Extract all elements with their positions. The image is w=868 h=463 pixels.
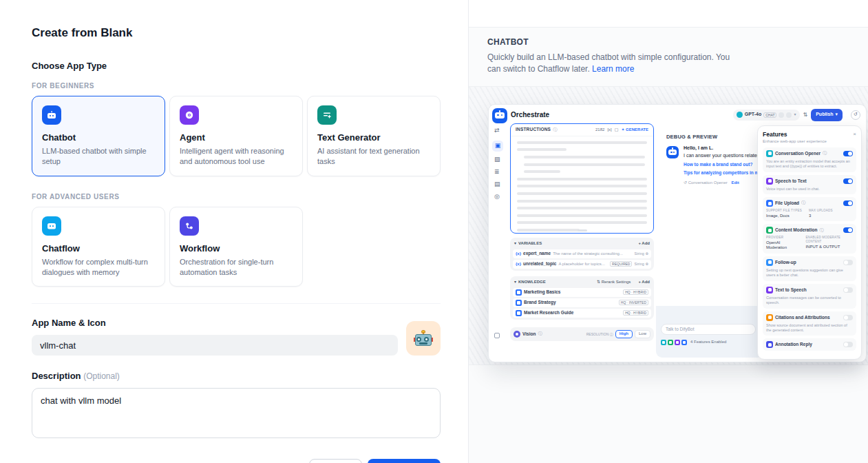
file-upload-icon (766, 200, 773, 207)
toggle-off (843, 315, 853, 320)
settings-icon (786, 112, 792, 118)
doc-nav-icon: ≣ (494, 168, 500, 176)
app-icon-picker[interactable] (406, 321, 441, 356)
vision-icon (514, 331, 520, 338)
app-name-input[interactable] (32, 335, 398, 356)
info-icon: ⓘ (538, 331, 542, 337)
info-icon: ⓘ (553, 127, 557, 133)
variable-icon: [x] (607, 127, 611, 133)
advanced-cards: Chatflow Workflow for complex multi-turn… (32, 207, 441, 287)
learn-more-link[interactable]: Learn more (592, 64, 634, 74)
conversation-opener-icon (766, 150, 773, 157)
resolution-low-chip: Low (635, 330, 650, 338)
create-button[interactable]: Create ⌘ ↵ (368, 459, 441, 463)
card-desc: Intelligent agent with reasoning and aut… (180, 146, 293, 167)
conversation-opener-mini-icon (661, 340, 666, 345)
knowledge-row: Marketing Basics HQ · HYBRID (513, 288, 651, 297)
edit-link: Edit (731, 181, 739, 185)
required-badge: REQUIRED (610, 261, 632, 267)
app-name-label: App Name & Icon (32, 318, 398, 328)
feature-annotation-reply: Annotation Reply (763, 338, 856, 351)
follow-up-icon (766, 259, 773, 266)
app-type-card-workflow[interactable]: Workflow Orchestration for single-turn a… (169, 207, 303, 287)
card-desc: AI assistant for text generation tasks (317, 146, 430, 167)
knowledge-doc-icon (516, 300, 522, 306)
for-advanced-users-label: FOR ADVANCED USERS (32, 193, 441, 200)
card-title: Chatbot (42, 132, 155, 143)
collapse-icon: ▾ (514, 241, 516, 247)
variable-row: {x} expert_name The name of the strategi… (513, 249, 651, 258)
content-moderation-mini-icon (668, 340, 673, 345)
info-icon: ⓘ (823, 151, 827, 156)
model-selector: GPT-4o CHAT ▾ (733, 110, 800, 121)
beginner-cards: Chatbot LLM-based chatbot with simple se… (32, 96, 441, 176)
add-variable-button: + Add (638, 241, 650, 247)
cancel-button[interactable]: Cancel (309, 459, 362, 463)
card-title: Chatflow (42, 243, 155, 254)
description-block: Description (Optional) chat with vllm mo… (32, 371, 441, 441)
description-label: Description (Optional) (32, 371, 441, 381)
annotation-reply-icon (766, 341, 773, 348)
variables-panel: ▾ VARIABLES + Add {x} expert_name The na… (510, 238, 654, 271)
for-beginners-label: FOR BEGINNERS (32, 82, 441, 90)
orchestrate-nav-icon: ▣ (492, 141, 503, 152)
feature-citations: Citations and Attributions Show source d… (763, 311, 856, 336)
copy-icon: ▢ (615, 127, 619, 133)
rerank-settings: ⇅ Rerank Settings (597, 280, 631, 285)
app-type-card-chatbot[interactable]: Chatbot LLM-based chatbot with simple se… (32, 96, 165, 176)
content-moderation-icon (766, 227, 773, 234)
preview-title: Orchestrate (511, 111, 549, 120)
create-app-dialog: Create from Blank Choose App Type FOR BE… (0, 0, 868, 463)
app-preview-screenshot: Orchestrate GPT-4o CHAT ▾ ⇅ Publish▾ (488, 104, 867, 362)
globe-nav-icon: ◎ (494, 193, 500, 200)
template-nav-icon: ▤ (494, 181, 500, 188)
app-type-card-chatflow[interactable]: Chatflow Workflow for complex multi-turn… (32, 207, 165, 287)
file-upload-mini-icon (681, 340, 687, 345)
top-strip (469, 0, 868, 28)
mic-icon (779, 112, 784, 118)
add-knowledge-button: + Add (638, 280, 650, 285)
toggle-off (843, 260, 853, 265)
knowledge-doc-icon (516, 289, 522, 296)
card-title: Workflow (180, 243, 293, 254)
knowledge-row: Brand Strategy HQ · INVERTED (513, 298, 651, 307)
app-type-card-agent[interactable]: Agent Intelligent agent with reasoning a… (169, 96, 303, 176)
toggle-on (843, 178, 853, 184)
feature-content-moderation: Content Moderation ⓘ PROVIDEROpenAI Mode… (763, 224, 856, 254)
bot-avatar (666, 146, 679, 158)
card-title: Text Generator (317, 132, 430, 143)
feature-follow-up: Follow-up Setting up next questions sugg… (763, 256, 856, 281)
app-name-row: App Name & Icon (32, 318, 441, 356)
toggle-off (843, 287, 853, 293)
features-enabled-row: 4 Features Enabled (661, 340, 726, 345)
suggested-question: How to make a brand stand out? (684, 162, 752, 167)
citations-icon (766, 314, 773, 321)
publish-button: Publish▾ (811, 109, 843, 121)
preview-panel: CHATBOT Quickly build an LLM-based chatb… (468, 0, 868, 463)
toggle-off (843, 342, 853, 347)
model-provider-icon (737, 112, 743, 118)
choose-app-type-label: Choose App Type (32, 61, 441, 71)
card-title: Agent (180, 132, 293, 143)
chevron-down-icon: ▾ (794, 112, 796, 118)
history-icon: ↺ (851, 110, 860, 120)
app-type-description: Quickly build an LLM-based chatbot with … (487, 52, 732, 76)
robot-emoji-icon (414, 331, 432, 346)
chat-mode-badge: CHAT (763, 112, 776, 118)
app-type-info: CHATBOT Quickly build an LLM-based chatb… (469, 28, 868, 86)
info-icon: ⓘ (819, 228, 823, 234)
feature-text-to-speech: Text to Speech Conversation messages can… (763, 284, 856, 309)
app-type-card-text-generator[interactable]: Text Generator AI assistant for text gen… (307, 96, 441, 176)
create-form-panel: Create from Blank Choose App Type FOR BE… (0, 0, 468, 463)
toggle-on (843, 200, 853, 206)
app-type-heading: CHATBOT (487, 37, 840, 47)
variable-row: {x} unrelated_topic A placeholder for to… (513, 260, 651, 269)
resize-handle (578, 229, 587, 232)
description-textarea[interactable]: chat with vllm model (32, 388, 441, 438)
agent-icon (180, 105, 199, 125)
page-title: Create from Blank (32, 26, 441, 40)
swap-icon: ⇄ (494, 127, 500, 134)
knowledge-panel: ▾ KNOWLEDGE ⇅ Rerank Settings + Add Mark… (510, 276, 654, 320)
info-icon: ⓘ (801, 200, 805, 206)
chatflow-icon (42, 216, 61, 236)
